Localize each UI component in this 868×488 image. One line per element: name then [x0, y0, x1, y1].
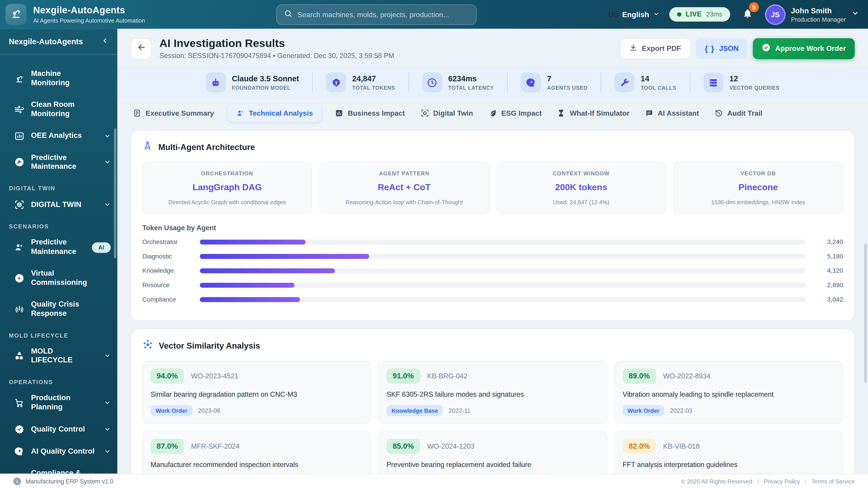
main-scrollbar[interactable]	[864, 243, 867, 383]
live-label: LIVE	[686, 11, 702, 18]
notifications-button[interactable]: 5	[740, 7, 755, 22]
export-pdf-button[interactable]: Export PDF	[620, 38, 690, 59]
arch-card-orchestration: ORCHESTRATION LangGraph DAG Directed Acy…	[142, 162, 312, 214]
vector-results-grid: 94.0% WO-2023-4521 Similar bearing degra…	[142, 361, 843, 474]
us-flag: US	[608, 10, 618, 19]
copyright-text: © 2025 All Rights Reserved	[681, 478, 752, 484]
record-date: 2022-03	[670, 407, 692, 414]
compass-icon	[142, 140, 153, 153]
tab-ai-assistant[interactable]: AI Assistant	[643, 104, 701, 122]
user-info: John Smith Production Manager	[791, 6, 846, 22]
bar-fill	[200, 254, 369, 259]
divider	[408, 72, 409, 92]
search-input[interactable]	[298, 10, 469, 19]
chevron-down-icon	[104, 159, 111, 166]
similarity-score-badge: 91.0%	[386, 368, 420, 383]
sidebar-collapse-button[interactable]	[101, 37, 108, 46]
chevron-down-icon	[104, 426, 111, 433]
sidebar-item-quality-control[interactable]: Quality Control	[0, 419, 117, 440]
record-id: MFR-SKF-2024	[191, 442, 240, 450]
tab-audit-trail[interactable]: Audit Trail	[712, 104, 765, 122]
terms-of-service-link[interactable]: Terms of Service	[811, 478, 855, 484]
similarity-score-badge: 94.0%	[151, 368, 184, 383]
download-icon	[629, 43, 637, 53]
play-circle-icon	[14, 273, 24, 283]
sidebar-scrollbar[interactable]	[114, 128, 116, 258]
sidebar-item-production-planning[interactable]: Production Planning	[0, 388, 117, 418]
stat-total-latency: 6234ms TOTAL LATENCY	[422, 72, 494, 92]
separator: |	[757, 478, 759, 484]
tab-esg-impact[interactable]: ESG Impact	[486, 104, 544, 122]
topbar-right: US English LIVE 23ms 5 JS John S	[608, 4, 859, 25]
vector-result-card: 87.0% MFR-SKF-2024 Manufacturer recommen…	[142, 431, 371, 474]
token-icon	[326, 72, 346, 92]
bar-track	[200, 283, 805, 287]
tab-what-if-simulator[interactable]: What-If Simulator	[555, 104, 631, 122]
server-icon	[704, 72, 723, 92]
tab-digital-twin[interactable]: Digital Twin	[418, 104, 475, 122]
tab-executive-summary[interactable]: Executive Summary	[131, 104, 216, 122]
sidebar-item-clean-room-monitoring[interactable]: Clean Room Monitoring	[0, 94, 117, 124]
bar-track	[200, 239, 805, 244]
hourglass-icon	[557, 109, 565, 117]
header-actions: Export PDF { } JSON Approve Work Order	[620, 38, 855, 59]
approve-work-order-button[interactable]: Approve Work Order	[753, 38, 855, 59]
bar-track	[200, 254, 805, 259]
arrow-left-icon	[136, 43, 146, 54]
document-icon	[133, 109, 141, 117]
sidebar-item-compliance-audit[interactable]: Compliance & Audit	[0, 463, 117, 474]
notification-count-badge: 5	[749, 2, 759, 12]
sidebar-item-quality-crisis-response[interactable]: Quality Crisis Response	[0, 294, 117, 324]
sidebar-item-machine-monitoring[interactable]: Machine Monitoring	[0, 64, 117, 94]
divider	[601, 72, 601, 92]
sidebar-item-predictive-maintenance-ai[interactable]: Predictive Maintenance AI	[0, 232, 117, 262]
global-search[interactable]	[276, 4, 477, 25]
wind-icon	[14, 104, 24, 114]
page-title: AI Investigation Results	[159, 37, 394, 50]
footer-left: i Manufacturing ERP System v1.0	[13, 477, 114, 485]
record-type-badge: Work Order	[622, 405, 664, 416]
back-button[interactable]	[131, 38, 152, 59]
record-id: WO-2023-4521	[191, 372, 239, 380]
badge-check-icon	[14, 424, 24, 434]
clock-icon	[422, 72, 442, 92]
app-title: Nexgile-AutoAgents	[33, 5, 145, 16]
worker-gear-icon	[14, 242, 24, 252]
json-button[interactable]: { } JSON	[696, 38, 747, 59]
cube-scan-icon	[14, 200, 24, 210]
divider	[507, 72, 508, 92]
chevron-down-icon	[104, 399, 111, 406]
live-status-badge: LIVE 23ms	[669, 7, 730, 22]
bar-fill	[200, 268, 335, 273]
language-selector[interactable]: US English	[608, 9, 659, 20]
tab-technical-analysis[interactable]: Technical Analysis	[227, 104, 322, 122]
record-description: Manufacturer recommended inspection inte…	[151, 461, 363, 468]
leaf-icon	[489, 109, 497, 117]
live-latency: 23ms	[706, 11, 722, 18]
sidebar-section-digital-twin: DIGITAL TWIN	[0, 178, 117, 194]
privacy-policy-link[interactable]: Privacy Policy	[764, 478, 800, 484]
tab-business-impact[interactable]: Business Impact	[333, 104, 407, 122]
users-gear-icon	[236, 109, 245, 117]
stat-tool-calls: 14 TOOL CALLS	[615, 72, 676, 92]
sidebar-item-oee-analytics[interactable]: OEE Analytics	[0, 125, 117, 147]
sidebar-item-mold-lifecycle[interactable]: MOLD LIFECYCLE	[0, 341, 117, 371]
token-usage-row: Orchestrator 3,240	[142, 238, 843, 245]
sidebar-nav: Machine Monitoring Clean Room Monitoring…	[0, 55, 117, 474]
sidebar-item-virtual-commissioning[interactable]: Virtual Commissioning	[0, 263, 117, 293]
molecule-icon	[142, 339, 153, 352]
robot-arm-icon	[14, 73, 24, 84]
vector-section-title: Vector Similarity Analysis	[142, 339, 843, 352]
sidebar-item-ai-quality-control[interactable]: AI Quality Control	[0, 441, 117, 462]
robot-icon	[206, 72, 226, 92]
sidebar-item-predictive-maintenance[interactable]: Predictive Maintenance	[0, 148, 117, 177]
app-identity: Nexgile-AutoAgents AI Agents Powering Au…	[33, 5, 145, 24]
session-line: Session: SESSION-1767090475894 • Generat…	[159, 52, 394, 60]
scrollable-content[interactable]: Multi-Agent Architecture ORCHESTRATION L…	[117, 122, 868, 474]
footer-right: © 2025 All Rights Reserved | Privacy Pol…	[681, 478, 855, 484]
chevron-down-icon	[653, 9, 659, 20]
page-header: AI Investigation Results Session: SESSIO…	[117, 29, 868, 66]
sidebar-item-digital-twin[interactable]: DIGITAL TWIN	[0, 194, 117, 215]
user-menu[interactable]: JS John Smith Production Manager	[765, 4, 859, 25]
vector-result-card: 82.0% KB-VIB-018 FFT analysis interpreta…	[614, 431, 843, 474]
